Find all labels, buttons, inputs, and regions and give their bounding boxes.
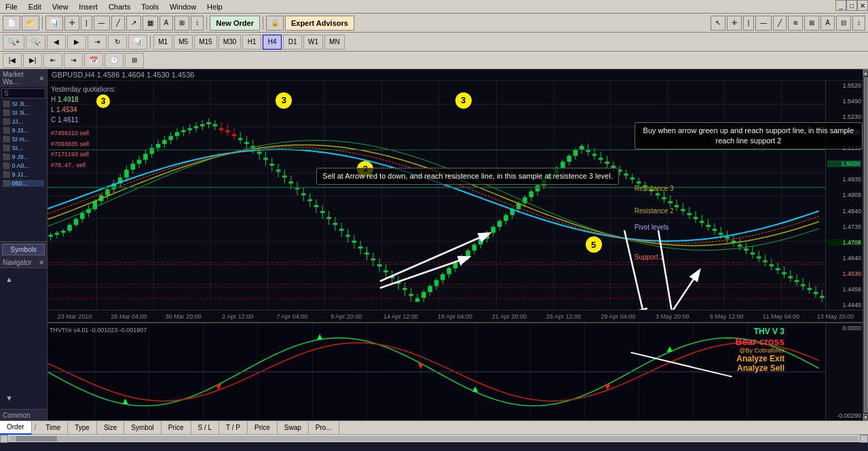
sidebar-item-6[interactable]: ⬛ SI... bbox=[0, 144, 47, 153]
vline-tool[interactable]: | bbox=[743, 16, 755, 31]
chart-type-button[interactable]: 📊 bbox=[128, 35, 147, 50]
sidebar-item-7[interactable]: ⬛ 9 J9... bbox=[0, 153, 47, 162]
chart-canvas-element[interactable] bbox=[48, 81, 825, 310]
indicator-canvas[interactable] bbox=[48, 323, 825, 420]
hscroll-thumb[interactable] bbox=[16, 436, 57, 441]
hscroll-track[interactable] bbox=[10, 436, 858, 441]
tf-m1[interactable]: M1 bbox=[153, 35, 172, 50]
arrow-button[interactable]: ↕ bbox=[191, 16, 204, 31]
tf-m5[interactable]: M5 bbox=[174, 35, 193, 50]
clock-button[interactable]: 🕐 bbox=[105, 53, 124, 68]
label-tool[interactable]: ⊟ bbox=[836, 16, 851, 31]
tab-price2[interactable]: Price bbox=[248, 421, 278, 435]
scroll-up-button[interactable]: ▲ bbox=[863, 69, 869, 76]
tf-h1[interactable]: H1 bbox=[242, 35, 261, 50]
lock-button[interactable]: 🔒 bbox=[266, 16, 284, 31]
menu-window[interactable]: Window bbox=[164, 1, 202, 12]
zoom-out-button[interactable]: 🔍- bbox=[26, 35, 45, 50]
scroll-down-button[interactable]: ▼ bbox=[863, 414, 869, 420]
menu-view[interactable]: View bbox=[47, 1, 74, 12]
tf-m30[interactable]: M30 bbox=[219, 35, 241, 50]
prev-bar-button[interactable]: |◀ bbox=[3, 53, 22, 68]
menu-insert[interactable]: Insert bbox=[73, 1, 103, 12]
tab-tp[interactable]: T / P bbox=[219, 421, 248, 435]
sell-annotation-text: Sell at Arrow red to down, and reach res… bbox=[316, 168, 618, 185]
first-bar-button[interactable]: ⇤ bbox=[43, 53, 62, 68]
channel-tool[interactable]: ≋ bbox=[788, 16, 803, 31]
tf-h4[interactable]: H4 bbox=[263, 35, 282, 50]
more-tools[interactable]: ↕ bbox=[852, 16, 865, 31]
nav-down-arrow[interactable]: ▼ bbox=[5, 394, 13, 402]
objects-button[interactable]: ▦ bbox=[143, 16, 158, 31]
open-button[interactable]: 📂 bbox=[22, 16, 39, 31]
tf-m15[interactable]: M15 bbox=[194, 35, 216, 50]
pointer-tool[interactable]: ↖ bbox=[711, 16, 725, 31]
hline-tool[interactable]: — bbox=[755, 16, 772, 31]
new-chart-button[interactable]: 📄 bbox=[3, 16, 20, 31]
tab-sl[interactable]: S / L bbox=[191, 421, 220, 435]
nav-up-arrow[interactable]: ▲ bbox=[5, 275, 13, 283]
scroll-right-button[interactable]: ▶ bbox=[67, 35, 86, 50]
period-button[interactable]: 📅 bbox=[84, 53, 103, 68]
tf-w1[interactable]: W1 bbox=[303, 35, 323, 50]
zoom-in-button[interactable]: 🔍+ bbox=[3, 35, 24, 50]
text-button[interactable]: A bbox=[159, 16, 174, 31]
new-order-button[interactable]: New Order bbox=[210, 16, 260, 31]
chart-shift-button[interactable]: ⇥ bbox=[88, 35, 107, 50]
crosshair-tool[interactable]: ✛ bbox=[727, 16, 742, 31]
symbols-button[interactable]: Symbols bbox=[2, 244, 45, 255]
restore-button[interactable]: □ bbox=[846, 0, 857, 11]
price-panel[interactable]: Yesterday quotations: H 1.4918 L 1.4534 … bbox=[48, 81, 863, 310]
common-tab[interactable]: Common bbox=[3, 412, 31, 419]
sidebar-item-9[interactable]: ⬛ 9 JJ... bbox=[0, 170, 47, 179]
expert-advisors-button[interactable]: Expert Advisors bbox=[285, 16, 354, 31]
tab-time[interactable]: Time bbox=[39, 421, 68, 435]
last-bar-button[interactable]: ⇥ bbox=[64, 53, 83, 68]
sidebar-item-8[interactable]: ⬛ 0 A0... bbox=[0, 162, 47, 170]
crosshair-button[interactable]: ✛ bbox=[64, 16, 79, 31]
menu-charts[interactable]: Charts bbox=[103, 1, 136, 12]
sidebar-item-4[interactable]: ⬛ 9 J3... bbox=[0, 126, 47, 135]
hline-button[interactable]: — bbox=[94, 16, 110, 31]
sidebar-item-3[interactable]: ⬛ JJ... bbox=[0, 118, 47, 126]
sidebar-item-2[interactable]: ⬛ SI 3i... bbox=[0, 109, 47, 118]
period-sep-button[interactable]: | bbox=[81, 16, 92, 31]
autoscroll-button[interactable]: ↻ bbox=[108, 35, 127, 50]
trend-button[interactable]: ╱ bbox=[111, 16, 125, 31]
hscroll-right-button[interactable]: ▶ bbox=[860, 435, 868, 443]
sidebar-item-1[interactable]: ⬛ SI 3i... bbox=[0, 100, 47, 109]
tab-type[interactable]: Type bbox=[68, 421, 97, 435]
label-button[interactable]: ⊞ bbox=[174, 16, 189, 31]
symbol-search-input[interactable] bbox=[1, 88, 45, 98]
sidebar-item-10[interactable]: ⬛ 050... bbox=[0, 179, 47, 188]
date-13: 6 May 12:00 bbox=[700, 313, 754, 320]
market-watch-close[interactable]: ✕ bbox=[39, 75, 44, 82]
tab-price[interactable]: Price bbox=[162, 421, 191, 435]
vertical-scrollbar[interactable]: ▲ ▼ bbox=[863, 69, 868, 420]
next-bar-button[interactable]: ▶| bbox=[23, 53, 42, 68]
minimize-button[interactable]: _ bbox=[835, 0, 846, 11]
tf-mn[interactable]: MN bbox=[324, 35, 345, 50]
menu-edit[interactable]: Edit bbox=[23, 1, 47, 12]
scroll-thumb[interactable] bbox=[864, 77, 868, 412]
navigator-close[interactable]: ✕ bbox=[39, 259, 44, 266]
menu-tools[interactable]: Tools bbox=[136, 1, 164, 12]
close-button[interactable]: ✕ bbox=[857, 0, 868, 11]
text-tool[interactable]: A bbox=[820, 16, 835, 31]
sidebar-item-5[interactable]: ⬛ SI m... bbox=[0, 135, 47, 144]
grid-tool[interactable]: ⊞ bbox=[804, 16, 819, 31]
menu-help[interactable]: Help bbox=[202, 1, 228, 12]
indicators-button[interactable]: 📊 bbox=[45, 16, 63, 31]
menu-file[interactable]: File bbox=[0, 1, 23, 12]
tab-order[interactable]: Order bbox=[0, 421, 32, 435]
tab-profit[interactable]: Pro... bbox=[309, 421, 339, 435]
tab-symbol[interactable]: Symbol bbox=[124, 421, 161, 435]
trend-tool[interactable]: ╱ bbox=[773, 16, 787, 31]
template-button[interactable]: ⊞ bbox=[125, 53, 144, 68]
tab-swap[interactable]: Swap bbox=[278, 421, 309, 435]
hscroll-left-button[interactable]: ◀ bbox=[0, 435, 8, 443]
tf-d1[interactable]: D1 bbox=[283, 35, 302, 50]
scroll-left-button[interactable]: ◀ bbox=[47, 35, 66, 50]
ray-button[interactable]: ↗ bbox=[126, 16, 141, 31]
tab-size[interactable]: Size bbox=[97, 421, 124, 435]
